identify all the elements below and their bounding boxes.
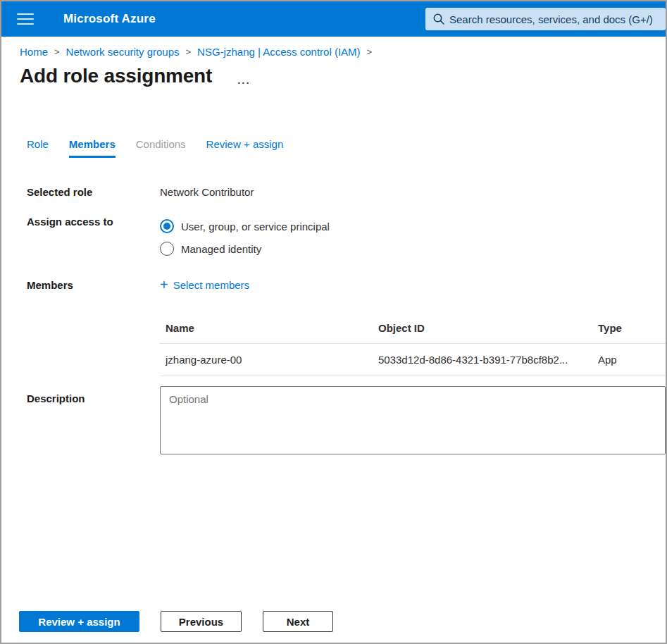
member-object-id-cell: 5033d12d-8d86-4321-b391-77b8cf8b2... <box>378 354 598 366</box>
tab-bar: Role Members Conditions Review + assign <box>27 138 666 158</box>
breadcrumb-network-security-groups[interactable]: Network security groups <box>66 46 180 58</box>
radio-managed-identity[interactable]: Managed identity <box>160 238 666 259</box>
selected-role-label: Selected role <box>1 186 160 198</box>
selected-role-row: Selected role Network Contributor <box>1 186 666 199</box>
select-members-label: Select members <box>173 279 249 291</box>
azure-portal-window: Microsoft Azure Home > Network security … <box>0 0 667 644</box>
breadcrumb: Home > Network security groups > NSG-jzh… <box>20 46 666 58</box>
breadcrumb-separator: > <box>186 47 192 57</box>
tab-role[interactable]: Role <box>27 138 49 158</box>
breadcrumb-nsg-access-control[interactable]: NSG-jzhang | Access control (IAM) <box>197 46 360 58</box>
breadcrumb-home[interactable]: Home <box>20 46 48 58</box>
review-assign-button[interactable]: Review + assign <box>19 611 139 632</box>
table-row: jzhang-azure-00 5033d12d-8d86-4321-b391-… <box>160 344 666 376</box>
members-table: Name Object ID Type jzhang-azure-00 5033… <box>160 312 666 376</box>
assign-access-label: Assign access to <box>1 216 160 228</box>
member-type-cell: App <box>598 354 666 366</box>
global-search <box>425 8 666 30</box>
assign-access-row: Assign access to User, group, or service… <box>1 216 666 259</box>
members-table-header: Name Object ID Type <box>160 312 666 344</box>
footer-actions: Review + assign Previous Next <box>19 611 333 632</box>
tab-review-assign[interactable]: Review + assign <box>206 138 284 158</box>
breadcrumb-separator: > <box>367 47 373 57</box>
top-bar: Microsoft Azure <box>1 1 666 37</box>
radio-unselected-icon[interactable] <box>160 242 174 256</box>
more-options-icon[interactable]: ... <box>237 74 251 86</box>
column-header-type: Type <box>598 322 666 334</box>
next-button[interactable]: Next <box>263 611 333 632</box>
plus-icon: + <box>160 280 168 290</box>
description-textarea[interactable] <box>160 386 666 454</box>
breadcrumb-separator: > <box>54 47 60 57</box>
radio-user-group-service-principal[interactable]: User, group, or service principal <box>160 216 666 237</box>
page-title: Add role assignment <box>20 65 212 87</box>
brand-title[interactable]: Microsoft Azure <box>63 12 156 26</box>
select-members-link[interactable]: + Select members <box>160 279 249 291</box>
search-input[interactable] <box>425 8 666 30</box>
description-label: Description <box>1 386 160 404</box>
member-name-cell: jzhang-azure-00 <box>160 354 378 366</box>
previous-button[interactable]: Previous <box>161 611 242 632</box>
radio-selected-icon[interactable] <box>160 219 174 233</box>
search-icon <box>432 13 445 25</box>
hamburger-menu-icon[interactable] <box>17 13 34 25</box>
description-row: Description <box>1 386 666 457</box>
tab-members[interactable]: Members <box>69 138 116 158</box>
tab-conditions[interactable]: Conditions <box>136 138 186 158</box>
members-row: Members + Select members Name Object ID … <box>1 279 666 376</box>
members-label: Members <box>1 279 160 291</box>
selected-role-value: Network Contributor <box>160 186 254 198</box>
column-header-object-id: Object ID <box>378 322 598 334</box>
column-header-name: Name <box>160 322 378 334</box>
